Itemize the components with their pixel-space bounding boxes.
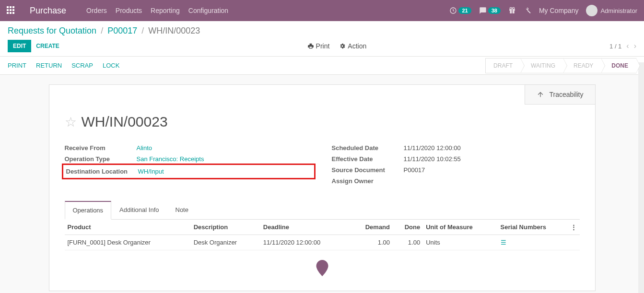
stage-ready[interactable]: Ready <box>563 58 601 73</box>
field-destination-location[interactable]: WH/Input <box>138 168 164 175</box>
apps-icon[interactable] <box>7 6 15 15</box>
col-done[interactable]: Done <box>393 220 423 235</box>
cell-deadline: 11/11/2020 12:00:00 <box>260 235 350 250</box>
svg-point-4 <box>510 7 512 9</box>
table-row[interactable]: [FURN_0001] Desk Organizer Desk Organize… <box>65 235 580 250</box>
company-selector[interactable]: My Company <box>539 7 578 14</box>
edit-button[interactable]: Edit <box>8 40 31 52</box>
col-description[interactable]: Description <box>191 220 260 235</box>
col-serial[interactable]: Serial Numbers⋮ <box>498 220 580 235</box>
location-marker <box>65 250 580 279</box>
menu-products[interactable]: Products <box>116 7 142 14</box>
activities-icon[interactable]: 21 <box>449 7 471 14</box>
cell-serial: ☰ <box>498 235 580 250</box>
columns-menu-icon[interactable]: ⋮ <box>571 223 577 231</box>
stage-done[interactable]: Done <box>601 58 636 73</box>
print-dropdown[interactable]: Print <box>307 42 330 50</box>
user-name: Administrator <box>600 7 637 14</box>
breadcrumb-root[interactable]: Requests for Quotation <box>8 26 96 35</box>
record-title: WH/IN/00023 <box>82 114 168 130</box>
traceability-button[interactable]: Traceability <box>525 85 595 104</box>
label-receive-from: Receive From <box>65 144 137 152</box>
tabs: Operations Additional Info Note <box>65 201 580 220</box>
operations-table: Product Description Deadline Demand Done… <box>65 220 580 250</box>
stage-indicator: Draft Waiting Ready Done <box>486 58 636 73</box>
tab-additional-info[interactable]: Additional Info <box>111 201 167 219</box>
stage-draft[interactable]: Draft <box>485 58 521 73</box>
activities-badge: 21 <box>458 7 471 14</box>
pager-counter[interactable]: 1 / 1 <box>609 43 621 50</box>
gift-icon[interactable] <box>508 7 516 14</box>
breadcrumb-po[interactable]: P00017 <box>107 26 137 35</box>
top-navbar: Purchase Orders Products Reporting Confi… <box>0 0 644 21</box>
field-scheduled-date: 11/11/2020 12:00:00 <box>404 144 461 152</box>
form-sheet: Traceability ☆ WH/IN/00023 Receive From … <box>49 84 596 291</box>
destination-highlight: Destination Location WH/Input <box>62 164 316 179</box>
scrollbar[interactable] <box>638 62 644 293</box>
serial-list-icon[interactable]: ☰ <box>501 239 506 246</box>
app-title[interactable]: Purchase <box>30 6 66 16</box>
form-area: Traceability ☆ WH/IN/00023 Receive From … <box>0 75 644 293</box>
priority-star[interactable]: ☆ <box>65 114 77 130</box>
field-operation-type[interactable]: San Francisco: Receipts <box>137 155 204 163</box>
status-bar: Print Return Scrap Lock Draft Waiting Re… <box>0 57 644 75</box>
stage-waiting[interactable]: Waiting <box>520 58 563 73</box>
tab-note[interactable]: Note <box>167 201 197 219</box>
statusbar-scrap[interactable]: Scrap <box>71 62 93 69</box>
field-receive-from[interactable]: Alinto <box>137 144 152 152</box>
field-source-document: P00017 <box>404 166 425 174</box>
messages-icon[interactable]: 38 <box>479 7 501 14</box>
label-effective-date: Effective Date <box>332 155 404 163</box>
tools-icon[interactable] <box>524 7 531 14</box>
statusbar-return[interactable]: Return <box>36 62 62 69</box>
action-dropdown[interactable]: Action <box>339 42 366 50</box>
cell-product: [FURN_0001] Desk Organizer <box>65 235 191 250</box>
avatar <box>586 5 597 16</box>
cell-done: 1.00 <box>393 235 423 250</box>
menu-orders[interactable]: Orders <box>86 7 107 14</box>
control-panel: Requests for Quotation / P00017 / WH/IN/… <box>0 21 644 57</box>
col-product[interactable]: Product <box>65 220 191 235</box>
breadcrumb-current: WH/IN/00023 <box>148 26 200 35</box>
statusbar-print[interactable]: Print <box>8 62 26 69</box>
col-demand[interactable]: Demand <box>350 220 393 235</box>
svg-rect-3 <box>512 9 512 13</box>
pager-prev[interactable]: ‹ <box>626 42 629 50</box>
label-assign-owner: Assign Owner <box>332 177 404 185</box>
col-uom[interactable]: Unit of Measure <box>423 220 497 235</box>
menu-reporting[interactable]: Reporting <box>151 7 180 14</box>
label-destination-location: Destination Location <box>66 168 138 175</box>
cell-description: Desk Organizer <box>191 235 260 250</box>
cell-uom: Units <box>423 235 497 250</box>
menu-configuration[interactable]: Configuration <box>188 7 228 14</box>
breadcrumb: Requests for Quotation / P00017 / WH/IN/… <box>8 26 636 36</box>
button-box: Traceability <box>525 85 595 105</box>
user-menu[interactable]: Administrator <box>586 5 637 16</box>
create-button[interactable]: Create <box>31 40 64 52</box>
label-operation-type: Operation Type <box>65 155 137 163</box>
svg-point-5 <box>513 7 515 9</box>
messages-badge: 38 <box>488 7 501 14</box>
pager-next[interactable]: › <box>634 42 636 50</box>
statusbar-lock[interactable]: Lock <box>103 62 119 69</box>
col-deadline[interactable]: Deadline <box>260 220 350 235</box>
field-effective-date: 11/11/2020 10:02:55 <box>404 155 461 163</box>
cell-demand: 1.00 <box>350 235 393 250</box>
label-scheduled-date: Scheduled Date <box>332 144 404 152</box>
tab-operations[interactable]: Operations <box>65 201 112 220</box>
label-source-document: Source Document <box>332 166 404 174</box>
